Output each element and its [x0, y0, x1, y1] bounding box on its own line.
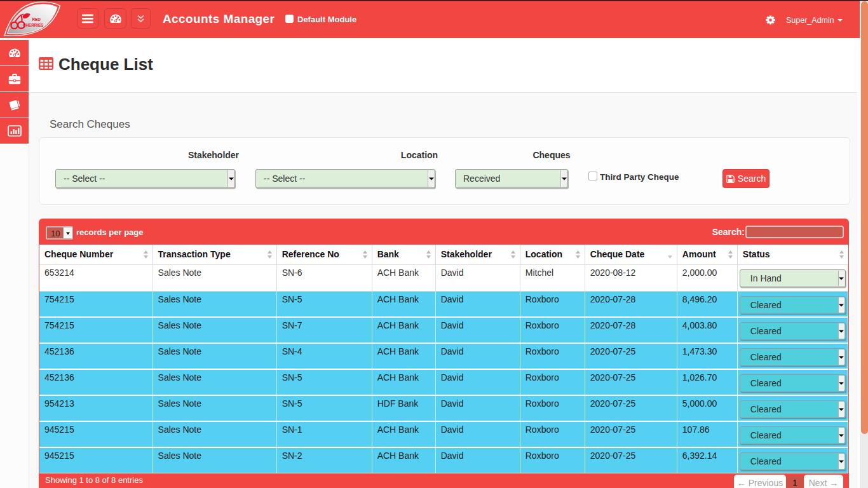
svg-text:RED: RED	[32, 17, 41, 22]
svg-text:CHERRIES: CHERRIES	[23, 23, 44, 27]
